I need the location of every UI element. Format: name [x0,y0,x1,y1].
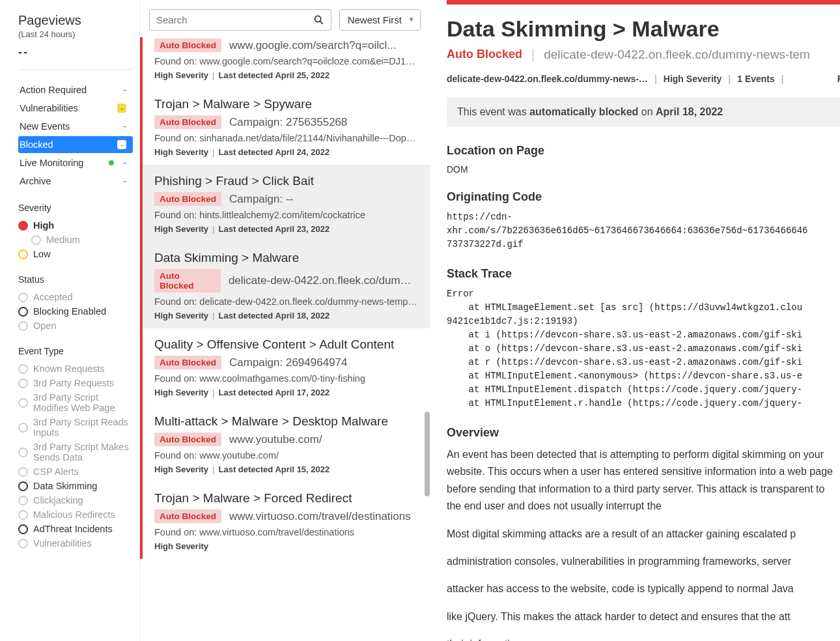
radio-icon [18,249,28,259]
live-dot-icon [109,160,114,165]
filter-clickjacking[interactable]: Clickjacking [18,493,133,507]
filter-open[interactable]: Open [18,319,133,333]
event-link: www.youtube.com/ [229,433,322,446]
origin-code: https://cdn- xhr.com/s/7b2263636e616d65~… [447,210,840,251]
detail-url: delicate-dew-0422.on.fleek.co/dummy-news… [544,48,810,62]
status-badge: Auto Blocked [154,192,221,206]
filter-label: High [33,220,54,231]
search-input[interactable] [156,14,313,25]
status-badge: Auto Blocked [154,356,221,369]
event-title: Multi-attack > Malware > Desktop Malware [154,414,418,429]
filter-low[interactable]: Low [18,247,133,261]
status-badge: Auto Blocked [447,48,522,61]
overview-p1: An event has been detected that is attem… [447,446,840,515]
sidebar-item-action-required[interactable]: Action Required- [18,81,133,98]
filter-high[interactable]: High [18,218,133,233]
event-link: www.virtuoso.com/travel/destinations [229,510,411,523]
meta-url: delicate-dew-0422.on.fleek.co/dummy-news… [447,74,648,84]
event-card[interactable]: Quality > Offensive Content > Adult Cont… [140,328,430,405]
filter-label: Low [33,249,51,259]
nav-label: Live Monitoring [20,158,83,168]
event-card[interactable]: Trojan > Malware > Forced RedirectAuto B… [140,482,430,559]
search-icon [313,14,324,25]
event-list[interactable]: Auto Blockedwww.google.com/search?q=oilc… [140,37,430,641]
status-badge: Auto Blocked [154,433,221,446]
event-title: Trojan > Malware > Forced Redirect [154,491,418,506]
location-heading: Location on Page [447,144,840,158]
sidebar-item-vulnerabilities[interactable]: Vulnerabilities- [18,100,133,117]
radio-icon [18,321,28,331]
filter-blocking-enabled[interactable]: Blocking Enabled [18,304,133,319]
sidebar-item-archive[interactable]: Archive- [18,173,133,190]
event-link: delicate-dew-0422.on.fleek.co/dumm… [229,274,418,287]
overview-heading: Overview [447,426,840,440]
filter-adthreat-incidents[interactable]: AdThreat Incidents [18,522,133,536]
filter-malicious-redirects[interactable]: Malicious Redirects [18,507,133,522]
sidebar-item-blocked[interactable]: Blocked- [18,136,133,153]
event-card[interactable]: Auto Blockedwww.google.com/search?q=oilc… [140,37,430,88]
radio-icon [18,496,28,506]
event-card[interactable]: Data Skimming > MalwareAuto Blockeddelic… [140,242,430,328]
sort-dropdown[interactable]: Newest First [339,9,421,31]
pageviews-count: -- [18,46,133,59]
status-badge: Auto Blocked [154,115,221,129]
event-found-on: Found on: www.google.com/search?q=oilclo… [154,56,418,66]
severity-bar [447,0,840,5]
nav-label: Action Required [20,85,87,95]
radio-icon [18,292,28,302]
nav-count: - [123,158,126,168]
filter-csp-alerts[interactable]: CSP Alerts [18,464,133,479]
separator: | [531,47,535,62]
sidebar-item-live-monitoring[interactable]: Live Monitoring- [18,154,133,171]
event-meta: High Severity|Last detected April 17, 20… [154,388,418,397]
radio-icon [18,364,28,374]
stack-heading: Stack Trace [447,267,840,281]
filter-medium[interactable]: Medium [18,233,133,247]
filter-label: Vulnerabilities [33,538,92,548]
overview-p2: Most digital skimming attacks are a resu… [447,526,840,641]
event-link: Campaign: -- [229,193,293,206]
filter-label: 3rd Party Requests [33,378,114,388]
filter-3rd-party-requests[interactable]: 3rd Party Requests [18,376,133,390]
radio-icon [18,221,28,231]
filter-label: Known Requests [33,363,105,374]
event-found-on: Found on: www.youtube.com/ [154,450,418,461]
event-meta: High Severity [154,541,418,551]
filter-known-requests[interactable]: Known Requests [18,362,133,376]
status-label: Status [18,274,133,285]
nav-badge: - [117,104,126,113]
filter-label: 3rd Party Script Modifies Web Page [33,392,133,413]
filter-3rd-party-script-modifies-web-page[interactable]: 3rd Party Script Modifies Web Page [18,390,133,415]
radio-icon [18,423,28,433]
filter-3rd-party-script-reads-inputs[interactable]: 3rd Party Script Reads Inputs [18,415,133,440]
nav-label: Blocked [20,139,53,150]
event-title: Phishing > Fraud > Click Bait [154,174,418,188]
sidebar-item-new-events[interactable]: New Events- [18,118,133,135]
svg-line-1 [320,21,322,24]
event-card[interactable]: Phishing > Fraud > Click BaitAuto Blocke… [140,165,430,242]
filter-3rd-party-script-makes-sends-data[interactable]: 3rd Party Script Makes Sends Data [18,440,133,464]
event-meta: High Severity|Last detected April 23, 20… [154,224,418,234]
event-title: Trojan > Malware > Spyware [154,97,418,111]
list-header: Newest First [140,0,430,37]
radio-icon [18,467,28,477]
filter-accepted[interactable]: Accepted [18,290,133,304]
event-card[interactable]: Multi-attack > Malware > Desktop Malware… [140,405,430,482]
filter-label: Data Skimming [33,481,97,491]
filter-label: 3rd Party Script Makes Sends Data [33,442,133,463]
nav-label: Archive [20,176,51,186]
search-box[interactable] [149,9,331,31]
filter-label: Accepted [33,292,72,302]
event-found-on: Found on: www.virtuoso.com/travel/destin… [154,527,418,537]
filter-vulnerabilities[interactable]: Vulnerabilities [18,536,133,550]
radio-icon [18,398,28,408]
status-badge: Auto Blocked [154,509,221,523]
event-card[interactable]: Trojan > Malware > SpywareAuto BlockedCa… [140,88,430,165]
radio-icon [18,378,28,388]
filter-data-skimming[interactable]: Data Skimming [18,479,133,493]
scrollbar-thumb[interactable] [425,412,430,496]
pageviews-title: Pageviews [18,13,133,28]
nav-count: - [123,85,126,95]
event-found-on: Found on: hints.littlealchemy2.com/item/… [154,210,418,220]
meta-first-detected: First D [837,74,840,84]
